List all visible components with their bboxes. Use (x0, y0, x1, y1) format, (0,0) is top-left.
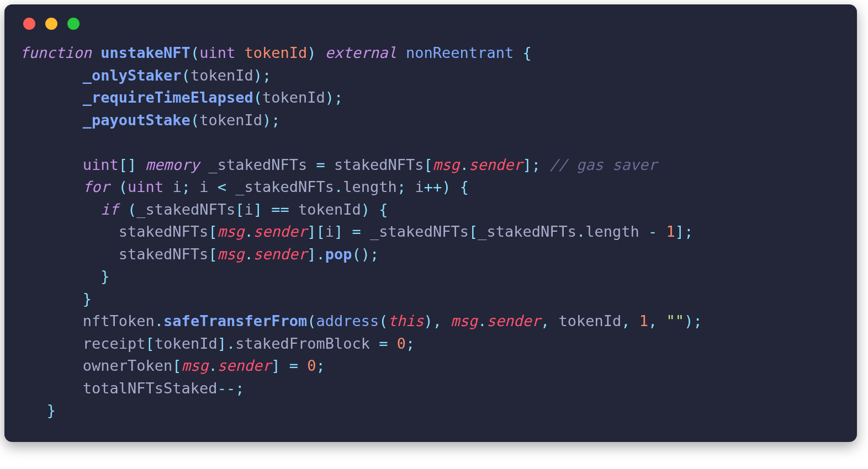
code-token: sender (218, 357, 272, 374)
code-token: ; (406, 335, 415, 352)
code-token: i (415, 178, 424, 195)
code-token: [ (424, 156, 433, 173)
code-token: , (541, 312, 549, 329)
code-token: function (20, 44, 92, 61)
code-token: , (433, 312, 442, 329)
code-token: 0 (397, 335, 406, 352)
code-token: address (316, 312, 379, 329)
code-token: unstakeNFT (100, 44, 190, 61)
code-token: _stakedNFTs (235, 178, 334, 195)
code-token: . (244, 223, 253, 240)
code-token: { (460, 178, 469, 195)
code-token: ) (262, 111, 271, 129)
code-token: ++ (424, 178, 442, 195)
code-token: ) (307, 44, 316, 61)
code-token: _requireTimeElapsed (83, 89, 253, 106)
code-token: tokenId (298, 201, 361, 218)
code-token: [ (146, 335, 155, 352)
code-token: . (460, 156, 469, 173)
code-token: nftToken (83, 312, 155, 329)
code-token: pop (325, 246, 352, 263)
code-token: totalNFTsStaked (83, 380, 218, 397)
code-token: nonReentrant (406, 44, 514, 61)
code-token: . (334, 178, 343, 195)
code-token: -- (218, 380, 236, 397)
code-token: tokenId (155, 335, 218, 352)
code-line: receipt[tokenId].stakedFromBlock = 0; (20, 335, 415, 352)
code-token: , (648, 312, 657, 329)
code-line: uint[] memory _stakedNFTs = stakedNFTs[m… (20, 156, 657, 173)
code-token: _stakedNFTs (478, 223, 576, 240)
code-token: msg (433, 156, 460, 173)
code-token: } (47, 402, 56, 419)
code-token: tokenId (190, 67, 253, 84)
code-token: // gas saver (549, 156, 657, 173)
code-token: [ (235, 201, 244, 218)
code-line: _onlyStaker(tokenId); (20, 67, 271, 84)
code-line: stakedNFTs[msg.sender].pop(); (20, 246, 379, 263)
code-token: = (289, 357, 298, 374)
code-token: ; (235, 380, 244, 397)
code-token: , (621, 312, 630, 329)
code-token: stakedNFTs (119, 223, 209, 240)
code-token: ; (262, 67, 271, 84)
code-token: [ (172, 357, 181, 374)
code-token: _stakedNFTs (370, 223, 469, 240)
code-token: ; (182, 178, 190, 195)
code-token: . (208, 357, 217, 374)
code-token: ] (522, 156, 531, 173)
code-token: stakedFromBlock (235, 335, 370, 352)
code-token: = (352, 223, 361, 240)
code-token: ( (128, 201, 136, 218)
code-token: msg (451, 312, 478, 329)
code-token: . (244, 246, 253, 263)
code-token: ) (361, 201, 370, 218)
code-token: ( (182, 67, 190, 84)
code-token: . (155, 312, 163, 329)
code-token: ; (397, 178, 406, 195)
code-token: uint (128, 178, 163, 195)
code-token: external (325, 44, 397, 61)
code-token: == (271, 201, 289, 218)
code-block[interactable]: function unstakeNFT(uint tokenId) extern… (20, 42, 841, 422)
minimize-icon[interactable] (45, 18, 57, 30)
code-token: uint (83, 156, 119, 173)
code-token: tokenId (262, 89, 325, 106)
code-line: nftToken.safeTransferFrom(address(this),… (20, 312, 702, 329)
code-token: sender (469, 156, 523, 173)
code-token: i (325, 223, 334, 240)
code-token: memory (146, 156, 200, 173)
code-token: msg (182, 357, 209, 374)
code-line: for (uint i; i < _stakedNFTs.length; i++… (20, 178, 469, 195)
code-line: ownerToken[msg.sender] = 0; (20, 357, 325, 374)
code-token: ; (532, 156, 541, 173)
code-token: ; (693, 312, 702, 329)
code-token: ] (271, 357, 280, 374)
code-token: ] (307, 246, 316, 263)
zoom-icon[interactable] (67, 18, 80, 30)
code-token: _stakedNFTs (208, 156, 307, 173)
code-token: . (478, 312, 486, 329)
code-token: { (379, 201, 388, 218)
code-token: ownerToken (83, 357, 173, 374)
code-token: i (199, 178, 208, 195)
code-token: msg (218, 223, 245, 240)
code-token: ( (379, 312, 388, 329)
code-token: stakedNFTs (119, 246, 209, 263)
code-line: } (20, 290, 92, 307)
code-line: _payoutStake(tokenId); (20, 111, 280, 129)
code-window: function unstakeNFT(uint tokenId) extern… (4, 4, 857, 442)
code-token: receipt (83, 335, 146, 352)
code-token: [ (208, 246, 217, 263)
code-token: } (83, 290, 92, 307)
code-token: length (585, 223, 639, 240)
code-token: [ (208, 223, 217, 240)
code-token: msg (218, 246, 245, 263)
code-token: sender (486, 312, 541, 329)
code-line: } (20, 268, 110, 285)
code-token: i (172, 178, 181, 195)
code-token: ( (190, 111, 199, 129)
close-icon[interactable] (23, 18, 35, 30)
code-token: ; (684, 223, 693, 240)
code-token: ) (442, 178, 451, 195)
